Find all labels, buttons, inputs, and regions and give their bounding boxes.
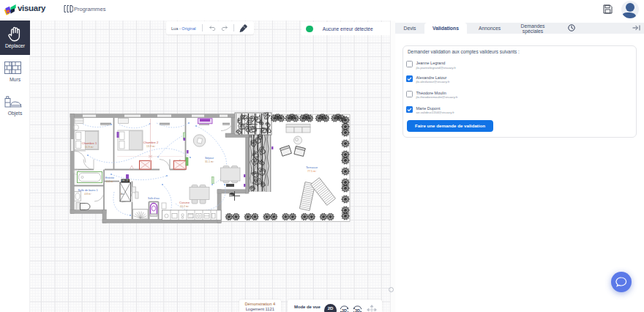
svg-text:4.4 m²: 4.4 m²: [106, 180, 114, 183]
svg-text:Entrée: Entrée: [105, 176, 115, 179]
svg-text:77.5 m²: 77.5 m²: [307, 170, 317, 173]
svg-text:Chambre 1: Chambre 1: [82, 141, 97, 145]
svg-text:Séjour: Séjour: [205, 156, 214, 160]
svg-text:11.9 m²: 11.9 m²: [85, 146, 94, 149]
svg-text:3D: 3D: [355, 308, 360, 312]
svg-text:Cuisine: Cuisine: [179, 201, 190, 204]
svg-text:3D: 3D: [342, 308, 347, 312]
svg-text:4.8 m²: 4.8 m²: [84, 193, 91, 196]
svg-text:31.1 m²: 31.1 m²: [205, 160, 214, 163]
svg-text:VELUX: VELUX: [121, 179, 129, 182]
svg-text:Chambre 2: Chambre 2: [143, 141, 159, 144]
svg-text:Salle de bains 1: Salle de bains 1: [78, 189, 97, 192]
svg-text:13.9 m²: 13.9 m²: [146, 145, 156, 148]
svg-text:60x60: 60x60: [189, 216, 194, 218]
svg-text:Terrasse: Terrasse: [306, 166, 318, 169]
svg-text:Salle d’eau: Salle d’eau: [148, 197, 160, 200]
svg-text:10.2 m²: 10.2 m²: [180, 205, 190, 208]
svg-text:Asc.: Asc.: [121, 193, 125, 196]
